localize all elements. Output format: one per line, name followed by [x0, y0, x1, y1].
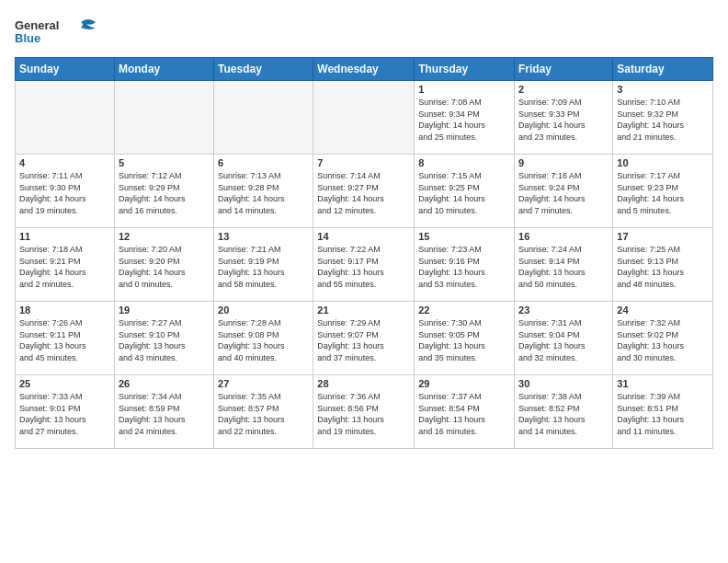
day-cell-13: 13Sunrise: 7:21 AM Sunset: 9:19 PM Dayli…: [214, 228, 313, 302]
weekday-header-monday: Monday: [114, 58, 213, 81]
day-number: 11: [19, 231, 110, 242]
day-cell-18: 18Sunrise: 7:26 AM Sunset: 9:11 PM Dayli…: [16, 302, 115, 375]
logo: General Blue: [15, 15, 107, 52]
day-cell-17: 17Sunrise: 7:25 AM Sunset: 9:13 PM Dayli…: [613, 228, 713, 302]
weekday-header-row: SundayMondayTuesdayWednesdayThursdayFrid…: [16, 58, 713, 81]
day-number: 19: [119, 304, 210, 316]
svg-text:Blue: Blue: [15, 31, 40, 45]
day-info: Sunrise: 7:23 AM Sunset: 9:16 PM Dayligh…: [418, 244, 510, 290]
empty-cell: [16, 81, 115, 155]
weekday-header-friday: Friday: [515, 58, 613, 81]
day-number: 9: [518, 157, 609, 168]
day-cell-16: 16Sunrise: 7:24 AM Sunset: 9:14 PM Dayli…: [515, 228, 613, 302]
page: General Blue SundayMondayTuesdayWednesda…: [0, 0, 728, 460]
day-cell-28: 28Sunrise: 7:36 AM Sunset: 8:56 PM Dayli…: [313, 375, 415, 449]
day-cell-4: 4Sunrise: 7:11 AM Sunset: 9:30 PM Daylig…: [16, 155, 115, 228]
logo-block: General Blue: [15, 15, 107, 52]
day-info: Sunrise: 7:34 AM Sunset: 8:59 PM Dayligh…: [119, 391, 210, 437]
day-number: 17: [617, 231, 709, 242]
day-info: Sunrise: 7:21 AM Sunset: 9:19 PM Dayligh…: [218, 244, 309, 290]
day-cell-19: 19Sunrise: 7:27 AM Sunset: 9:10 PM Dayli…: [114, 302, 213, 375]
week-row-2: 4Sunrise: 7:11 AM Sunset: 9:30 PM Daylig…: [16, 155, 713, 228]
day-cell-25: 25Sunrise: 7:33 AM Sunset: 9:01 PM Dayli…: [16, 375, 115, 449]
day-info: Sunrise: 7:36 AM Sunset: 8:56 PM Dayligh…: [317, 391, 410, 437]
day-cell-26: 26Sunrise: 7:34 AM Sunset: 8:59 PM Dayli…: [114, 375, 213, 449]
day-cell-7: 7Sunrise: 7:14 AM Sunset: 9:27 PM Daylig…: [313, 155, 415, 228]
day-info: Sunrise: 7:18 AM Sunset: 9:21 PM Dayligh…: [19, 244, 110, 290]
day-info: Sunrise: 7:17 AM Sunset: 9:23 PM Dayligh…: [617, 170, 709, 216]
day-info: Sunrise: 7:27 AM Sunset: 9:10 PM Dayligh…: [119, 317, 210, 363]
weekday-header-wednesday: Wednesday: [313, 58, 415, 81]
empty-cell: [214, 81, 313, 155]
day-number: 25: [19, 378, 110, 389]
day-info: Sunrise: 7:26 AM Sunset: 9:11 PM Dayligh…: [19, 317, 110, 363]
day-info: Sunrise: 7:29 AM Sunset: 9:07 PM Dayligh…: [317, 317, 410, 363]
day-number: 15: [418, 231, 510, 242]
empty-cell: [114, 81, 213, 155]
day-number: 29: [418, 378, 510, 389]
day-number: 21: [317, 304, 410, 316]
day-number: 30: [518, 378, 609, 389]
day-cell-15: 15Sunrise: 7:23 AM Sunset: 9:16 PM Dayli…: [415, 228, 515, 302]
header: General Blue: [15, 11, 713, 52]
day-number: 4: [19, 157, 110, 168]
day-cell-14: 14Sunrise: 7:22 AM Sunset: 9:17 PM Dayli…: [313, 228, 415, 302]
day-cell-5: 5Sunrise: 7:12 AM Sunset: 9:29 PM Daylig…: [114, 155, 213, 228]
weekday-header-thursday: Thursday: [415, 58, 515, 81]
day-info: Sunrise: 7:22 AM Sunset: 9:17 PM Dayligh…: [317, 244, 410, 290]
day-info: Sunrise: 7:09 AM Sunset: 9:33 PM Dayligh…: [518, 97, 609, 143]
day-number: 23: [518, 304, 609, 316]
day-number: 27: [218, 378, 309, 389]
day-info: Sunrise: 7:30 AM Sunset: 9:05 PM Dayligh…: [418, 317, 510, 363]
day-info: Sunrise: 7:10 AM Sunset: 9:32 PM Dayligh…: [617, 97, 709, 143]
day-cell-23: 23Sunrise: 7:31 AM Sunset: 9:04 PM Dayli…: [515, 302, 613, 375]
day-cell-22: 22Sunrise: 7:30 AM Sunset: 9:05 PM Dayli…: [415, 302, 515, 375]
day-info: Sunrise: 7:35 AM Sunset: 8:57 PM Dayligh…: [218, 391, 309, 437]
day-info: Sunrise: 7:14 AM Sunset: 9:27 PM Dayligh…: [317, 170, 410, 216]
day-info: Sunrise: 7:32 AM Sunset: 9:02 PM Dayligh…: [617, 317, 709, 363]
day-info: Sunrise: 7:16 AM Sunset: 9:24 PM Dayligh…: [518, 170, 609, 216]
day-number: 13: [218, 231, 309, 242]
day-cell-31: 31Sunrise: 7:39 AM Sunset: 8:51 PM Dayli…: [613, 375, 713, 449]
day-number: 22: [418, 304, 510, 316]
day-info: Sunrise: 7:39 AM Sunset: 8:51 PM Dayligh…: [617, 391, 709, 437]
day-number: 7: [317, 157, 410, 168]
day-number: 26: [119, 378, 210, 389]
week-row-3: 11Sunrise: 7:18 AM Sunset: 9:21 PM Dayli…: [16, 228, 713, 302]
day-info: Sunrise: 7:38 AM Sunset: 8:52 PM Dayligh…: [518, 391, 609, 437]
day-cell-3: 3Sunrise: 7:10 AM Sunset: 9:32 PM Daylig…: [613, 81, 713, 155]
day-cell-10: 10Sunrise: 7:17 AM Sunset: 9:23 PM Dayli…: [613, 155, 713, 228]
logo-svg: General Blue: [15, 15, 107, 48]
day-cell-8: 8Sunrise: 7:15 AM Sunset: 9:25 PM Daylig…: [415, 155, 515, 228]
day-info: Sunrise: 7:37 AM Sunset: 8:54 PM Dayligh…: [418, 391, 510, 437]
day-number: 5: [119, 157, 210, 168]
day-cell-27: 27Sunrise: 7:35 AM Sunset: 8:57 PM Dayli…: [214, 375, 313, 449]
day-number: 1: [418, 84, 510, 95]
day-info: Sunrise: 7:15 AM Sunset: 9:25 PM Dayligh…: [418, 170, 510, 216]
calendar-table: SundayMondayTuesdayWednesdayThursdayFrid…: [15, 57, 713, 449]
day-cell-24: 24Sunrise: 7:32 AM Sunset: 9:02 PM Dayli…: [613, 302, 713, 375]
day-info: Sunrise: 7:28 AM Sunset: 9:08 PM Dayligh…: [218, 317, 309, 363]
day-info: Sunrise: 7:31 AM Sunset: 9:04 PM Dayligh…: [518, 317, 609, 363]
day-number: 18: [19, 304, 110, 316]
day-info: Sunrise: 7:13 AM Sunset: 9:28 PM Dayligh…: [218, 170, 309, 216]
day-cell-1: 1Sunrise: 7:08 AM Sunset: 9:34 PM Daylig…: [415, 81, 515, 155]
day-cell-29: 29Sunrise: 7:37 AM Sunset: 8:54 PM Dayli…: [415, 375, 515, 449]
day-cell-21: 21Sunrise: 7:29 AM Sunset: 9:07 PM Dayli…: [313, 302, 415, 375]
day-number: 31: [617, 378, 709, 389]
day-info: Sunrise: 7:11 AM Sunset: 9:30 PM Dayligh…: [19, 170, 110, 216]
day-number: 14: [317, 231, 410, 242]
day-number: 28: [317, 378, 410, 389]
day-number: 6: [218, 157, 309, 168]
day-number: 20: [218, 304, 309, 316]
day-cell-11: 11Sunrise: 7:18 AM Sunset: 9:21 PM Dayli…: [16, 228, 115, 302]
day-cell-6: 6Sunrise: 7:13 AM Sunset: 9:28 PM Daylig…: [214, 155, 313, 228]
day-info: Sunrise: 7:08 AM Sunset: 9:34 PM Dayligh…: [418, 97, 510, 143]
week-row-4: 18Sunrise: 7:26 AM Sunset: 9:11 PM Dayli…: [16, 302, 713, 375]
day-cell-12: 12Sunrise: 7:20 AM Sunset: 9:20 PM Dayli…: [114, 228, 213, 302]
day-number: 8: [418, 157, 510, 168]
day-number: 24: [617, 304, 709, 316]
day-cell-9: 9Sunrise: 7:16 AM Sunset: 9:24 PM Daylig…: [515, 155, 613, 228]
day-number: 3: [617, 84, 709, 95]
weekday-header-saturday: Saturday: [613, 58, 713, 81]
